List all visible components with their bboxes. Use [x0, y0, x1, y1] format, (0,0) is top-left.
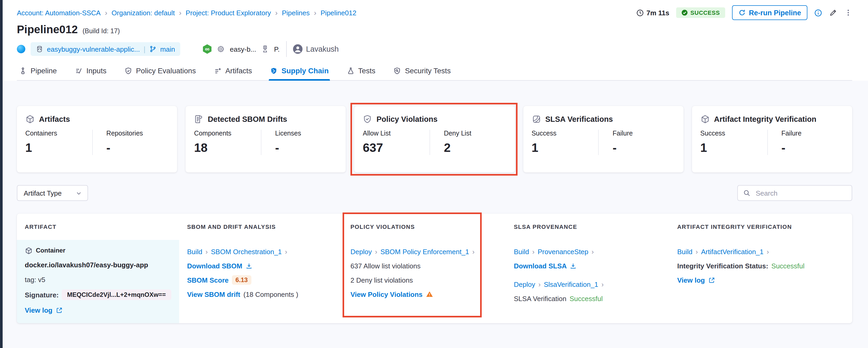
card-title-text: Artifact Integrity Verification: [714, 115, 816, 123]
tab-supply-chain[interactable]: Supply Chain: [269, 62, 330, 80]
stat-label: Success: [701, 130, 767, 137]
search-icon: [743, 189, 750, 197]
codebase-module-icon: [17, 45, 25, 53]
col-header-artifact: Artifact: [17, 224, 179, 230]
cube-icon: [25, 114, 35, 124]
triggered-by-user: Lavakush: [306, 45, 339, 53]
step-link[interactable]: SlsaVerification_1: [544, 280, 598, 288]
shield-check-icon: [363, 114, 372, 124]
sbom-drift-components-note: (18 Components ): [244, 290, 298, 298]
external-link-icon: [56, 307, 62, 314]
tab-artifacts[interactable]: Artifacts: [213, 62, 253, 80]
breadcrumb-pipeline012[interactable]: Pipeline012: [321, 9, 356, 17]
breadcrumb-organization[interactable]: Organization: default: [112, 9, 175, 17]
pill-divider: |: [144, 45, 146, 53]
card-title-text: Detected SBOM Drifts: [208, 115, 287, 123]
external-link-icon: [708, 277, 715, 283]
sbom-score-link[interactable]: SBOM Score: [187, 276, 229, 284]
col-header-slsa-provenance: SLSA Provenance: [506, 224, 669, 230]
cell-policy-violations: Deploy › SBOM Policy Enforcement_1 › 637…: [343, 240, 506, 323]
rerun-pipeline-button[interactable]: Re-run Pipeline: [732, 5, 807, 20]
table-header-row: Artifact SBOM and Drift Analysis Policy …: [17, 213, 852, 240]
delegate-icon: [261, 45, 269, 53]
card-artifacts: Artifacts Containers1 Repositories-: [17, 106, 177, 172]
check-circle-icon: [681, 9, 688, 16]
signature-label: Signature:: [25, 291, 59, 299]
build-id: (Build Id: 17): [83, 27, 120, 35]
allow-list-violations: 637 Allow list violations: [350, 261, 501, 270]
download-icon: [245, 262, 252, 269]
container-cube-icon: [25, 246, 33, 254]
stage-link[interactable]: Build: [677, 248, 692, 256]
artifact-type-select[interactable]: Artifact Type: [17, 185, 88, 201]
artifacts-table: Artifact SBOM and Drift Analysis Policy …: [17, 213, 852, 323]
breadcrumb-pipelines[interactable]: Pipelines: [282, 9, 310, 17]
stage-link[interactable]: Build: [514, 248, 529, 256]
view-log-link[interactable]: View log: [25, 306, 53, 314]
stat-label: Licenses: [275, 130, 301, 137]
tab-inputs[interactable]: Inputs: [74, 62, 107, 80]
stat-value: -: [275, 141, 301, 155]
stage-link[interactable]: Deploy: [350, 248, 372, 256]
collapsed-left-nav[interactable]: [0, 0, 3, 348]
tab-security-tests[interactable]: Security Tests: [392, 62, 452, 80]
repo-name[interactable]: easybuggy-vulnerable-applic...: [47, 45, 140, 53]
sbom-document-icon: [194, 114, 204, 124]
breadcrumb-project[interactable]: Project: Product Exploratory: [186, 9, 271, 17]
stat-label: Success: [531, 130, 598, 137]
trigger-webhook-badge: ∞: [203, 44, 212, 54]
run-duration: 7m 11s: [636, 9, 669, 17]
view-sbom-drift-link[interactable]: View SBOM drift: [187, 290, 240, 298]
step-link[interactable]: SBOM Policy Enforcement_1: [380, 248, 469, 256]
step-link[interactable]: ProvenanceStep: [538, 248, 588, 256]
slsa-verification-label: SLSA Verification: [514, 294, 566, 302]
branch-name[interactable]: main: [160, 45, 175, 53]
artifact-tag: tag: v5: [25, 275, 174, 284]
info-icon[interactable]: [814, 9, 822, 17]
view-log-link[interactable]: View log: [677, 276, 705, 284]
more-options-kebab-icon[interactable]: [844, 8, 852, 17]
page-header: Account: Automation-SSCA › Organization:…: [3, 0, 868, 81]
tab-policy-evaluations[interactable]: Policy Evaluations: [123, 62, 197, 80]
stage-link[interactable]: Build: [187, 248, 203, 256]
main-area: Account: Automation-SSCA › Organization:…: [3, 0, 868, 348]
table-row: Container docker.io/lavakush07/easy-bugg…: [17, 240, 852, 323]
integrity-status-value: Successful: [771, 262, 805, 270]
chevron-down-icon: [75, 190, 82, 196]
card-policy-violations: Policy Violations Allow List637 Deny Lis…: [354, 106, 515, 172]
breadcrumb: Account: Automation-SSCA › Organization:…: [17, 8, 356, 17]
download-slsa-link[interactable]: Download SLSA: [514, 262, 567, 270]
stat-label: Failure: [613, 130, 633, 137]
download-sbom-link[interactable]: Download SBOM: [187, 262, 242, 270]
signature-value[interactable]: MEQCICde2Vjl...L+2+mqnOXw==: [62, 289, 171, 300]
stat-value: 2: [444, 141, 471, 155]
gear-icon: [217, 45, 225, 53]
header-divider: [286, 41, 286, 57]
user-avatar: [293, 44, 302, 54]
stat-label: Containers: [25, 130, 92, 137]
step-link[interactable]: ArtifactVerification_1: [701, 248, 764, 256]
refresh-icon: [738, 9, 746, 16]
stat-value: 1: [25, 141, 92, 155]
search-input[interactable]: [755, 188, 846, 198]
artifact-image: docker.io/lavakush07/easy-buggy-app: [25, 260, 174, 269]
deny-list-violations: 2 Deny list violations: [350, 275, 501, 285]
infinity-icon: ∞: [205, 45, 210, 53]
tab-pipeline[interactable]: Pipeline: [18, 62, 58, 80]
breadcrumb-separator: ›: [105, 8, 107, 17]
repo-branch-chip[interactable]: easybuggy-vulnerable-applic... | main: [31, 42, 180, 56]
edit-pipeline-icon[interactable]: [829, 8, 837, 17]
repository-icon: [36, 45, 43, 53]
breadcrumb-account[interactable]: Account: Automation-SSCA: [17, 9, 101, 17]
stat-label: Failure: [781, 130, 801, 137]
sbom-score-badge: 6.13: [232, 275, 252, 285]
stat-value: -: [781, 141, 801, 155]
stage-link[interactable]: Deploy: [514, 280, 535, 288]
cell-artifact-integrity: Build › ArtifactVerification_1 › Integri…: [669, 240, 852, 323]
view-policy-violations-link[interactable]: View Policy Violations: [350, 290, 423, 298]
supply-chain-content: Artifacts Containers1 Repositories- Dete…: [3, 81, 868, 348]
tab-tests[interactable]: Tests: [345, 62, 376, 80]
breadcrumb-separator: ›: [275, 8, 277, 17]
col-header-artifact-integrity: Artifact Integrity Verification: [669, 224, 852, 230]
step-link[interactable]: SBOM Orchestration_1: [211, 248, 282, 256]
